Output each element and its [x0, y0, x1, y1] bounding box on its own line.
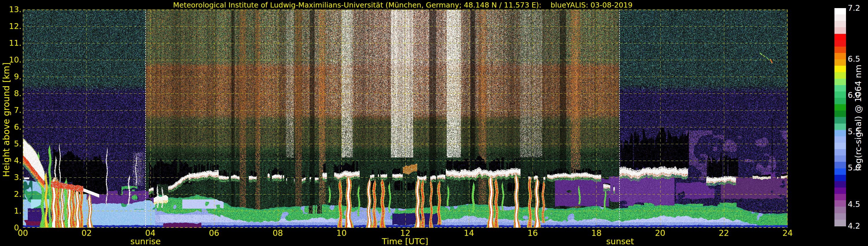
colorbar-segment — [834, 181, 846, 188]
colorbar-segment — [834, 79, 846, 85]
x-axis-title: Time [UTC] — [373, 237, 437, 246]
colorbar-segment — [834, 130, 846, 136]
x-tick-label: 02 — [75, 229, 98, 238]
colorbar-segment — [834, 143, 846, 149]
colorbar-segment — [834, 14, 846, 21]
colorbar-segment — [834, 220, 846, 226]
colorbar-title: log(rc-signal) @ 1064 nm — [853, 45, 863, 190]
colorbar-segment — [834, 124, 846, 130]
colorbar — [834, 8, 846, 226]
colorbar-tick-label: 4.5 — [848, 200, 868, 209]
y-tick-label: 10. — [1, 56, 22, 64]
x-tick-label: 22 — [712, 229, 736, 238]
lidar-quicklook-page: Meteorological Institute of Ludwig-Maxim… — [0, 0, 868, 246]
colorbar-segment — [834, 91, 846, 98]
y-tick-label: 9. — [1, 72, 22, 81]
colorbar-segment — [834, 98, 846, 104]
y-tick-label: 6. — [1, 123, 22, 131]
colorbar-segment — [834, 53, 846, 59]
colorbar-segment — [834, 104, 846, 111]
colorbar-segment — [834, 162, 846, 168]
colorbar-segment — [834, 8, 846, 14]
colorbar-segment — [834, 168, 846, 175]
colorbar-segment — [834, 194, 846, 200]
colorbar-tick-label: 7.2 — [848, 4, 868, 12]
x-tick-label: 10 — [330, 229, 353, 238]
colorbar-tick-label: 4.2 — [848, 222, 868, 230]
colorbar-segment — [834, 111, 846, 117]
colorbar-segment — [834, 72, 846, 79]
y-tick-label: 4. — [1, 156, 22, 165]
x-tick-label: 08 — [266, 229, 289, 238]
colorbar-segment — [834, 188, 846, 194]
y-tick-label: 1. — [1, 207, 22, 215]
y-tick-label: 12. — [1, 22, 22, 31]
colorbar-segment — [834, 149, 846, 155]
colorbar-segment — [834, 155, 846, 162]
sunrise-label: sunrise — [117, 237, 175, 246]
y-tick-label: 8. — [1, 89, 22, 98]
x-tick-label: 06 — [203, 229, 226, 238]
colorbar-segment — [834, 40, 846, 47]
sunset-label: sunset — [591, 237, 649, 246]
y-tick-label: 3. — [1, 173, 22, 182]
lidar-heatmap-canvas — [23, 9, 787, 228]
colorbar-segment — [834, 200, 846, 207]
y-tick-label: 11. — [1, 39, 22, 48]
colorbar-segment — [834, 213, 846, 220]
colorbar-segment — [834, 47, 846, 53]
x-tick-label: 16 — [521, 229, 544, 238]
colorbar-segment — [834, 136, 846, 143]
colorbar-segment — [834, 66, 846, 72]
colorbar-segment — [834, 21, 846, 27]
colorbar-segment — [834, 59, 846, 66]
colorbar-segment — [834, 34, 846, 40]
colorbar-segment — [834, 175, 846, 181]
x-tick-label: 00 — [11, 229, 34, 238]
y-tick-label: 5. — [1, 140, 22, 148]
x-tick-label: 14 — [458, 229, 480, 238]
y-tick-label: 2. — [1, 190, 22, 198]
y-tick-label: 13. — [1, 5, 22, 14]
y-tick-label: 7. — [1, 106, 22, 115]
x-tick-label: 24 — [776, 229, 799, 238]
colorbar-segment — [834, 27, 846, 34]
colorbar-segment — [834, 117, 846, 123]
colorbar-segment — [834, 85, 846, 91]
colorbar-segment — [834, 207, 846, 213]
x-tick-label: 20 — [649, 229, 672, 238]
page-title: Meteorological Institute of Ludwig-Maxim… — [173, 1, 632, 9]
